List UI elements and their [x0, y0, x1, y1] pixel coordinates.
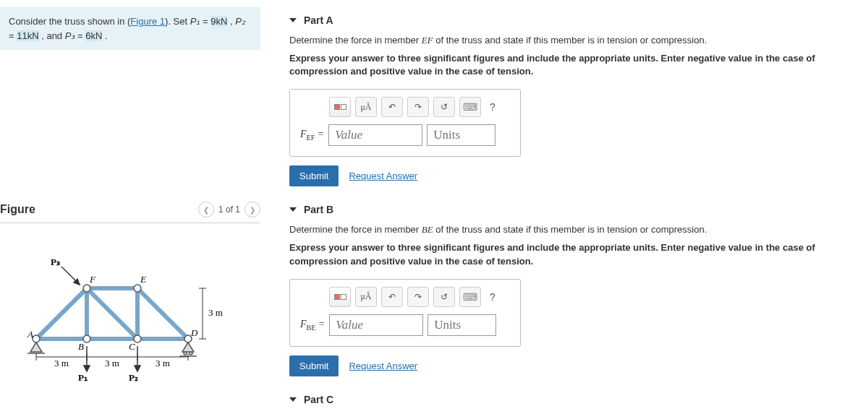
svg-point-14 — [83, 285, 90, 292]
help-button[interactable]: ? — [485, 101, 500, 113]
figure-nav: ❮ 1 of 1 ❯ — [198, 202, 260, 217]
svg-text:A: A — [27, 329, 33, 340]
keyboard-button[interactable] — [459, 97, 481, 117]
part-c-header[interactable]: Part C — [289, 394, 861, 405]
template-button[interactable] — [329, 97, 351, 117]
svg-text:D: D — [190, 327, 198, 338]
reset-button[interactable]: ↺ — [433, 287, 455, 307]
part-a-value-input[interactable] — [328, 124, 422, 146]
keyboard-button[interactable] — [459, 287, 481, 307]
template-button[interactable] — [329, 287, 351, 307]
p3-value: 6kN — [85, 30, 102, 41]
chevron-down-icon — [289, 207, 297, 212]
keyboard-icon — [463, 291, 477, 303]
svg-text:F: F — [89, 274, 96, 285]
part-b-prompt: Determine the force in member BE of the … — [289, 224, 861, 236]
redo-button[interactable]: ↷ — [407, 287, 429, 307]
svg-text:3 m: 3 m — [105, 358, 119, 368]
p2-value: 11kN — [17, 30, 38, 41]
p3-var: P₃ — [65, 30, 75, 41]
svg-point-17 — [184, 352, 187, 355]
svg-point-10 — [33, 335, 40, 342]
svg-text:P₁: P₁ — [78, 372, 88, 382]
part-b-units-input[interactable] — [427, 314, 496, 336]
problem-text-2: ). Set — [165, 16, 190, 27]
svg-point-15 — [134, 285, 141, 292]
undo-button[interactable]: ↶ — [381, 287, 403, 307]
part-a-instructions: Express your answer to three significant… — [289, 52, 861, 78]
units-symbol-button[interactable]: μÅ — [355, 287, 377, 307]
keyboard-icon — [463, 101, 477, 113]
figure-prev-button[interactable]: ❮ — [198, 202, 214, 217]
svg-text:P₂: P₂ — [129, 372, 138, 382]
chevron-down-icon — [289, 397, 297, 402]
part-a-request-answer-link[interactable]: Request Answer — [349, 171, 417, 181]
figure-next-button[interactable]: ❯ — [244, 202, 260, 217]
figure-divider — [0, 223, 260, 223]
svg-text:P₃: P₃ — [51, 256, 60, 267]
problem-statement: Consider the truss shown in (Figure 1). … — [0, 7, 260, 50]
part-b-request-answer-link[interactable]: Request Answer — [349, 361, 417, 371]
part-a-header[interactable]: Part A — [289, 14, 861, 26]
help-button[interactable]: ? — [485, 291, 500, 303]
problem-text-1: Consider the truss shown in ( — [9, 16, 130, 27]
figure-counter: 1 of 1 — [218, 204, 240, 215]
svg-text:B: B — [78, 341, 84, 352]
svg-text:C: C — [129, 341, 135, 352]
part-a-variable: FEF = — [300, 129, 324, 142]
part-b-instructions: Express your answer to three significant… — [289, 241, 861, 267]
p1-var: P₁ — [190, 16, 200, 27]
truss-figure: P₃ F E A B C D 3 m 3 m 3 m 3 m P₁ P₂ — [0, 245, 260, 384]
svg-point-11 — [83, 335, 90, 342]
svg-line-9 — [36, 288, 87, 339]
figure-title: Figure — [0, 203, 35, 216]
svg-line-2 — [137, 288, 188, 339]
svg-text:3 m: 3 m — [54, 358, 69, 368]
svg-text:E: E — [140, 274, 146, 285]
units-symbol-button[interactable]: μÅ — [355, 97, 377, 117]
svg-text:3 m: 3 m — [208, 307, 223, 318]
part-b-value-input[interactable] — [329, 314, 423, 336]
part-a-answer-box: μÅ ↶ ↷ ↺ ? FEF = — [289, 89, 521, 157]
svg-point-18 — [190, 352, 192, 355]
chevron-down-icon — [289, 18, 297, 22]
undo-button[interactable]: ↶ — [381, 97, 403, 117]
svg-line-8 — [87, 288, 137, 339]
figure-link[interactable]: Figure 1 — [130, 16, 165, 27]
p2-var: P₂ — [235, 16, 245, 27]
part-a-prompt: Determine the force in member EF of the … — [289, 35, 861, 46]
part-b-answer-box: μÅ ↶ ↷ ↺ ? FBE = — [289, 279, 521, 347]
svg-text:3 m: 3 m — [156, 358, 170, 368]
part-b-submit-button[interactable]: Submit — [289, 355, 339, 376]
part-a-submit-button[interactable]: Submit — [289, 165, 339, 186]
p1-value: 9kN — [210, 16, 227, 27]
reset-button[interactable]: ↺ — [433, 97, 455, 117]
part-b-variable: FBE = — [300, 319, 325, 332]
part-b-header[interactable]: Part B — [289, 204, 861, 215]
part-a-units-input[interactable] — [427, 124, 495, 146]
redo-button[interactable]: ↷ — [407, 97, 429, 117]
